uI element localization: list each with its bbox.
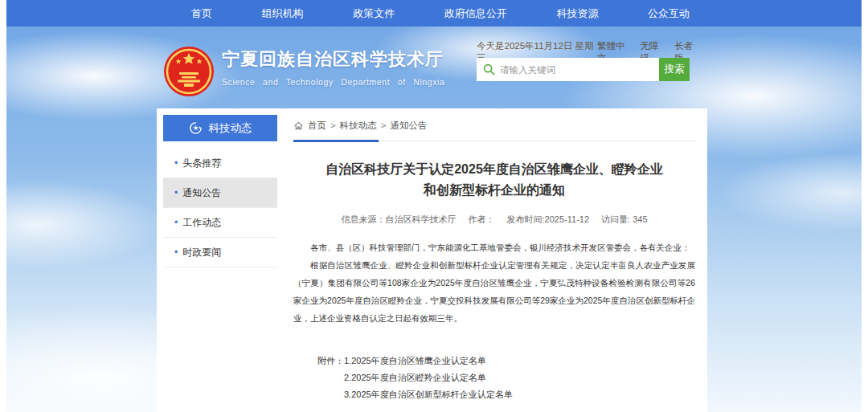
sidebar-list: • 头条推荐 • 通知公告 • 工作动态 • 时政要闻 [163,149,277,267]
attachments: 附件： 1.2025年度自治区雏鹰企业认定名单 2.2025年度自治区瞪羚企业认… [317,353,695,403]
bullet-icon: • [174,247,178,258]
national-emblem-logo[interactable] [163,46,215,97]
site-header: 宁夏回族自治区科学技术厅 Science and Technology Depa… [6,27,862,108]
search-box [477,58,659,81]
nav-item-policy[interactable]: 政策文件 [353,6,395,21]
nav-item-public-interaction[interactable]: 公众互动 [648,6,690,21]
search-icon [483,63,495,75]
sidebar-header: 科技动态 [163,115,277,141]
site-subtitle: Science and Technology Department of Nin… [222,77,444,87]
meta-published: 发布时间:2025-11-12 [507,214,590,224]
article-meta: 信息来源：自治区科学技术厅 作者： 发布时间:2025-11-12 访问量: 3… [293,214,695,226]
top-nav-list: 首页 组织机构 政策文件 政府信息公开 科技资源 公众互动 [191,0,690,27]
meta-visits: 访问量: 345 [601,214,647,224]
nav-item-tech-resources[interactable]: 科技资源 [556,6,598,21]
bullet-icon: • [174,217,178,228]
attachment-link-3[interactable]: 3.2025年度自治区创新型标杆企业认定名单 [344,386,513,403]
article-area: 首页 > 科技动态 > 通知公告 自治区科技厅关于认定2025年度自治区雏鹰企业… [293,116,695,403]
star-circle-icon [189,121,203,135]
meta-source: 信息来源：自治区科学技术厅 [341,214,456,224]
sidebar-item-label: 工作动态 [182,216,221,230]
nav-item-home[interactable]: 首页 [191,6,212,21]
breadcrumb-home[interactable]: 首页 [308,120,326,132]
meta-author: 作者： [468,214,494,224]
breadcrumb-notices[interactable]: 通知公告 [390,120,427,132]
sidebar: 科技动态 • 头条推荐 • 通知公告 • 工作动态 • 时政要闻 [163,115,277,267]
home-icon [293,120,304,131]
article-paragraph: 各市、县（区）科技管理部门，宁东能源化工基地管委会，银川经济技术开发区管委会，各… [293,239,695,256]
search-input[interactable] [500,65,653,75]
article-paragraph: 根据自治区雏鹰企业、瞪羚企业和创新型标杆企业认定管理有关规定，决定认定半亩良人农… [293,256,695,327]
national-emblem-icon [163,46,215,97]
content-panel: 科技动态 • 头条推荐 • 通知公告 • 工作动态 • 时政要闻 [157,108,707,412]
breadcrumb-separator: > [381,120,387,130]
nav-item-gov-info[interactable]: 政府信息公开 [444,6,507,21]
breadcrumb-divider [293,141,695,141]
article-body: 各市、县（区）科技管理部门，宁东能源化工基地管委会，银川经济技术开发区管委会，各… [293,239,695,327]
breadcrumb: 首页 > 科技动态 > 通知公告 [293,116,695,134]
attachments-list: 1.2025年度自治区雏鹰企业认定名单 2.2025年度自治区瞪羚企业认定名单 … [344,353,513,403]
breadcrumb-tech-updates[interactable]: 科技动态 [340,120,377,132]
sidebar-item-label: 通知公告 [182,186,221,200]
nav-item-organization[interactable]: 组织机构 [262,6,304,21]
page: 首页 组织机构 政策文件 政府信息公开 科技资源 公众互动 宁夏回族自治区科学 [0,0,868,412]
sidebar-item-label: 头条推荐 [182,157,221,170]
sidebar-item-current-affairs[interactable]: • 时政要闻 [163,238,277,267]
top-navbar: 首页 组织机构 政策文件 政府信息公开 科技资源 公众互动 [6,0,862,27]
bullet-icon: • [174,157,178,169]
sidebar-title: 科技动态 [209,121,252,136]
attachments-label: 附件： [317,353,344,403]
search-button[interactable]: 搜索 [659,58,690,81]
site-title-block: 宁夏回族自治区科学技术厅 Science and Technology Depa… [222,47,444,87]
sidebar-item-notices[interactable]: • 通知公告 [163,178,277,208]
attachment-link-2[interactable]: 2.2025年度自治区瞪羚企业认定名单 [344,369,513,386]
site-title: 宁夏回族自治区科学技术厅 [222,47,444,71]
search-bar: 搜索 [477,58,690,81]
attachment-link-1[interactable]: 1.2025年度自治区雏鹰企业认定名单 [344,353,513,369]
sidebar-item-headlines[interactable]: • 头条推荐 [163,149,277,178]
bullet-icon: • [174,187,178,198]
article-title: 自治区科技厅关于认定2025年度自治区雏鹰企业、瞪羚企业和创新型标杆企业的通知 [321,159,667,201]
sidebar-item-label: 时政要闻 [182,246,221,259]
breadcrumb-separator: > [330,120,336,130]
breadcrumb-divider-accent [293,140,379,142]
sidebar-item-work-updates[interactable]: • 工作动态 [163,208,277,238]
